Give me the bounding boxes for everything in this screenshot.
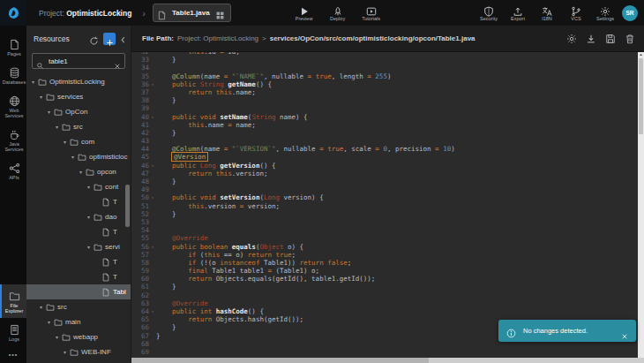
code-line[interactable]: 34 — [131, 64, 638, 72]
code-line[interactable]: 49 — [131, 185, 638, 193]
caret-down-icon[interactable]: ▾ — [38, 304, 44, 310]
code-line[interactable]: 36- public String getName() { — [131, 80, 638, 88]
caret-down-icon[interactable]: ▾ — [62, 139, 68, 145]
code-line[interactable]: 42 } — [131, 129, 638, 137]
caret-down-icon[interactable]: ▾ — [70, 154, 76, 160]
code-line[interactable]: 37 return this.name; — [131, 88, 638, 96]
avatar[interactable]: SR — [622, 5, 638, 21]
code-line[interactable]: 56- public boolean equals(Object o) { — [131, 243, 638, 251]
tree-item-servi[interactable]: ▾servi — [26, 239, 131, 254]
rail-item-logs[interactable]: Logs — [0, 318, 26, 346]
rail-overflow-button[interactable]: ••• — [0, 346, 26, 363]
save-icon[interactable] — [605, 34, 616, 44]
tree-item-t[interactable]: T — [26, 224, 131, 239]
app-logo[interactable] — [0, 0, 26, 26]
code-line[interactable]: 39 — [131, 104, 638, 112]
code-line[interactable]: 57 if (this == o) return true; — [131, 251, 638, 259]
caret-down-icon[interactable]: ▾ — [46, 109, 52, 115]
hscrollbar-thumb[interactable] — [131, 358, 429, 363]
code-editor[interactable]: 32 this.id = id;33 }3435 @Column(name = … — [131, 52, 638, 358]
refresh-icon[interactable] — [89, 34, 99, 43]
tree-item-t[interactable]: T — [26, 194, 131, 209]
caret-down-icon[interactable]: ▾ — [30, 79, 36, 85]
code-line[interactable]: 61 } — [131, 283, 638, 291]
fold-marker[interactable]: - — [149, 162, 156, 170]
code-line[interactable]: 38 } — [131, 96, 638, 104]
code-line[interactable]: 52 } — [131, 210, 638, 218]
rail-item-pages[interactable]: Pages — [0, 33, 26, 61]
code-line[interactable]: 40- public void setName(String name) { — [131, 113, 638, 121]
caret-down-icon[interactable]: ▾ — [62, 349, 68, 355]
code-line[interactable]: 44 @Column(name = "`VERSION`", nullable … — [131, 145, 638, 153]
caret-down-icon[interactable]: ▾ — [38, 94, 44, 100]
code-line[interactable]: 59 final Table1 table1 = (Table1) o; — [131, 267, 638, 275]
tree-item-src[interactable]: ▾src — [26, 299, 131, 314]
tree-scrollbar-thumb[interactable] — [125, 185, 130, 227]
code-line[interactable]: 33 } — [131, 56, 638, 64]
code-line[interactable]: 63 @Override — [131, 299, 638, 307]
caret-down-icon[interactable]: ▾ — [86, 184, 92, 190]
fold-marker[interactable]: - — [149, 193, 156, 201]
fold-marker[interactable]: - — [149, 80, 156, 88]
rail-item-file-explorer[interactable]: File Explorer — [0, 284, 26, 318]
rail-item-web-services[interactable]: Web Services — [0, 89, 26, 123]
code-line[interactable]: 47 return this.version; — [131, 170, 638, 178]
code-line[interactable]: 41 this.name = name; — [131, 121, 638, 129]
code-line[interactable]: 50- public void setVersion(Long version)… — [131, 193, 638, 201]
tree-item-t[interactable]: T — [26, 254, 131, 269]
code-line[interactable]: 62 — [131, 291, 638, 299]
code-line[interactable]: 43 — [131, 137, 638, 145]
tree-item-opcon[interactable]: ▾opcon — [26, 164, 131, 179]
search-input[interactable] — [47, 57, 111, 66]
deploy-button[interactable]: Deploy — [328, 4, 348, 21]
i18n-button[interactable]: I18N — [537, 4, 557, 21]
code-line[interactable]: 46- public Long getVersion() { — [131, 162, 638, 170]
fold-marker[interactable]: - — [149, 307, 156, 315]
gear-icon[interactable] — [566, 34, 577, 44]
tree-item-optimisticlocking[interactable]: ▾OptimisticLocking — [26, 74, 131, 89]
tree-item-web-inf[interactable]: ▾WEB-INF — [26, 344, 131, 359]
editor-hscrollbar[interactable] — [131, 358, 644, 363]
rail-item-apis[interactable]: APIs — [0, 156, 26, 185]
settings-button[interactable]: Settings — [595, 4, 615, 21]
rail-item-java-services[interactable]: Java Services — [0, 123, 26, 156]
code-line[interactable]: 53 — [131, 218, 638, 226]
code-line[interactable]: 54 — [131, 226, 638, 234]
caret-down-icon[interactable]: ▾ — [78, 169, 84, 175]
tree-item-com[interactable]: ▾com — [26, 134, 131, 149]
caret-down-icon[interactable]: ▾ — [46, 319, 52, 325]
rail-item-databases[interactable]: Databases — [0, 61, 26, 89]
fold-marker[interactable]: - — [149, 113, 156, 121]
code-line[interactable]: 60 return Objects.equals(getId(), table1… — [131, 275, 638, 283]
caret-down-icon[interactable]: ▾ — [54, 334, 60, 340]
code-line[interactable]: 69 — [131, 348, 638, 356]
security-button[interactable]: Security — [479, 4, 498, 21]
tree-item-optimisticloc[interactable]: ▾optimisticloc — [26, 149, 131, 164]
tree-item-opcon[interactable]: ▾OpCon — [26, 104, 131, 119]
code-line[interactable]: 35 @Column(name = "`NAME`", nullable = t… — [131, 72, 638, 80]
preview-button[interactable]: Preview — [295, 4, 314, 21]
code-line[interactable]: 45 @Version — [131, 153, 638, 161]
add-resource-button[interactable] — [103, 33, 116, 45]
tree-item-main[interactable]: ▾main — [26, 314, 131, 329]
toast-close-icon[interactable] — [621, 328, 628, 335]
clear-search-icon[interactable] — [114, 57, 121, 64]
delete-icon[interactable] — [625, 34, 635, 44]
tree-item-src[interactable]: ▾src — [26, 119, 131, 134]
caret-down-icon[interactable]: ▾ — [54, 124, 60, 130]
grid-icon[interactable] — [215, 8, 225, 18]
caret-down-icon[interactable]: ▾ — [86, 214, 92, 220]
caret-down-icon[interactable]: ▾ — [86, 244, 92, 250]
tree-item-dao[interactable]: ▾dao — [26, 209, 131, 224]
code-line[interactable]: 48 } — [131, 178, 638, 185]
collapse-panel-icon[interactable] — [120, 33, 126, 44]
code-line[interactable]: 55 @Override — [131, 234, 638, 242]
tree-item-t[interactable]: T — [26, 269, 131, 284]
fold-marker[interactable]: - — [149, 243, 156, 251]
tree-item-services[interactable]: ▾services — [26, 89, 131, 104]
code-line[interactable]: 64- public int hashCode() { — [131, 307, 638, 315]
tree-item-cont[interactable]: ▾cont — [26, 179, 131, 194]
editor-vscrollbar[interactable]: ▲ — [638, 52, 644, 358]
code-line[interactable]: 58 if (!(o instanceof Table1)) return fa… — [131, 259, 638, 267]
export-button[interactable]: Export — [508, 4, 528, 21]
